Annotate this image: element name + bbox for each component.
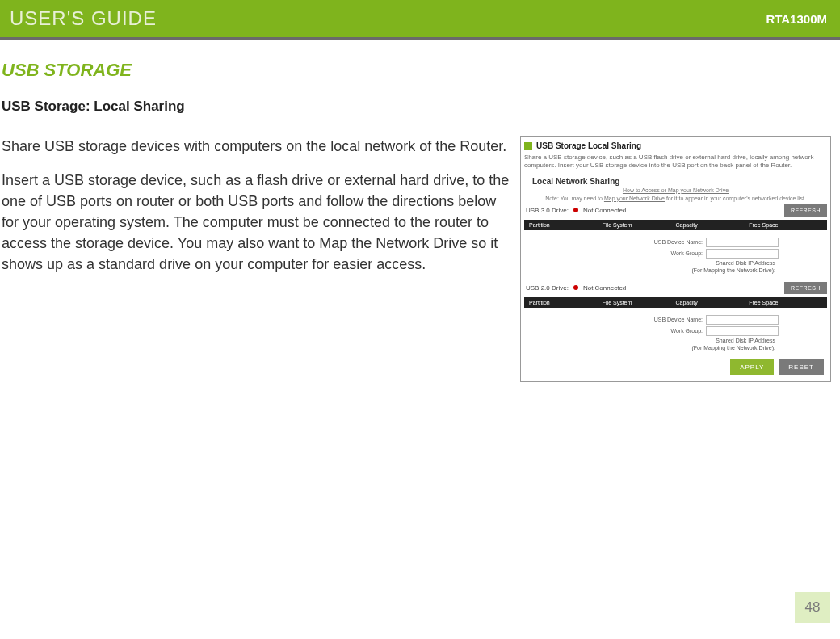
label-shared-ip-1b: Shared Disk IP Address	[716, 338, 775, 343]
usb2-status: Not Connected	[583, 284, 626, 292]
table-header-usb2: Partition File System Capacity Free Spac…	[524, 297, 827, 308]
input-device-name[interactable]	[706, 238, 779, 247]
section-title: USB STORAGE	[0, 60, 840, 81]
panel-title-icon	[524, 142, 532, 150]
panel-description: Share a USB storage device, such as a US…	[524, 153, 827, 170]
th-filesystem: File System	[603, 222, 676, 228]
usb3-label: USB 3.0 Drive:	[526, 207, 569, 214]
th-partition: Partition	[529, 222, 603, 228]
apply-button[interactable]: APPLY	[730, 359, 774, 375]
usb-storage-panel: USB Storage Local Sharing Share a USB st…	[520, 136, 831, 382]
field-group-usb2: USB Device Name: Work Group: Shared Disk…	[524, 314, 827, 351]
th-capacity-2: Capacity	[676, 300, 750, 305]
panel-note-line: Note: You may need to Map your Network D…	[524, 195, 827, 201]
label-device-name: USB Device Name:	[654, 239, 703, 245]
panel-subhead: Local Network Sharing	[532, 177, 827, 186]
input-device-name-2[interactable]	[706, 315, 779, 325]
columns: Share USB storage devices with computers…	[0, 136, 840, 382]
label-shared-ip-1: Shared Disk IP Address	[716, 260, 775, 266]
th-free-2: Free Space	[749, 300, 822, 305]
usb2-drive-row: USB 2.0 Drive: Not Connected REFRESH	[524, 282, 827, 296]
th-filesystem-2: File System	[603, 300, 676, 305]
usb2-label: USB 2.0 Drive:	[526, 284, 569, 292]
reset-button[interactable]: RESET	[779, 359, 824, 375]
label-shared-ip-2b: (For Mapping the Network Drive):	[692, 345, 775, 351]
label-shared-ip-2: (For Mapping the Network Drive):	[692, 267, 775, 273]
th-partition-2: Partition	[529, 300, 603, 305]
label-device-name-2: USB Device Name:	[654, 317, 703, 322]
refresh-button-usb3[interactable]: REFRESH	[784, 204, 827, 217]
subtitle: USB Storage: Local Sharing	[0, 99, 840, 115]
header-left-title: USER'S GUIDE	[10, 7, 157, 30]
text-column: Share USB storage devices with computers…	[2, 136, 510, 288]
refresh-button-usb2[interactable]: REFRESH	[784, 282, 827, 294]
usb3-drive-row: USB 3.0 Drive: Not Connected REFRESH	[524, 204, 827, 218]
th-capacity: Capacity	[676, 222, 750, 228]
label-workgroup: Work Group:	[670, 250, 703, 256]
table-header-usb3: Partition File System Capacity Free Spac…	[524, 220, 827, 230]
page-number: 48	[795, 592, 830, 623]
map-drive-link[interactable]: Map your Network Drive	[604, 195, 665, 201]
panel-note-title: How to Access or Map your Network Drive	[524, 187, 827, 193]
page-content: USB STORAGE USB Storage: Local Sharing S…	[0, 40, 840, 382]
input-workgroup[interactable]	[706, 249, 779, 259]
label-workgroup-2: Work Group:	[670, 328, 703, 334]
paragraph-1: Share USB storage devices with computers…	[2, 136, 510, 157]
header-model: RTA1300M	[766, 12, 827, 26]
panel-title-row: USB Storage Local Sharing	[524, 141, 827, 150]
header-bar: USER'S GUIDE RTA1300M	[0, 0, 840, 37]
status-dot-icon	[573, 208, 578, 212]
panel-button-row: APPLY RESET	[524, 359, 827, 375]
usb3-status: Not Connected	[583, 207, 626, 214]
field-group-usb3: USB Device Name: Work Group: Shared Disk…	[524, 237, 827, 274]
input-workgroup-2[interactable]	[706, 326, 779, 336]
status-dot-icon	[573, 285, 578, 290]
paragraph-2: Insert a USB storage device, such as a f…	[2, 170, 510, 275]
th-free: Free Space	[749, 222, 822, 228]
panel-title: USB Storage Local Sharing	[536, 141, 641, 150]
